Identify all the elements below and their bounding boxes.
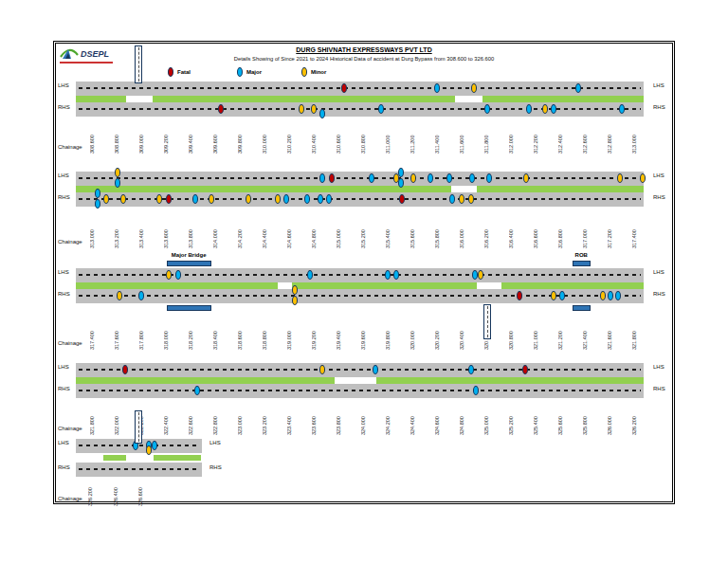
chainage-tick-label: 312.400 — [558, 121, 573, 154]
chainage-tick-label: 315.600 — [410, 216, 426, 248]
lhs-label-left: LHS — [58, 440, 69, 445]
accident-marker-minor — [156, 194, 162, 204]
chainage-ticks: 326.200326.400326.600 — [76, 481, 202, 506]
accident-marker-major — [484, 104, 490, 114]
chainage-tick-label: 310.200 — [287, 121, 302, 154]
chainage-tick-label: 317.800 — [139, 318, 155, 350]
chainage-tick-label: 317.000 — [583, 216, 598, 248]
lhs-label-right: LHS — [209, 440, 221, 445]
chainage-tick-label: 324.200 — [386, 403, 401, 435]
chainage-tick-label: 315.800 — [435, 216, 450, 248]
chainage-tick-label: 311.600 — [460, 121, 475, 154]
chainage-tick-label: 320.200 — [435, 318, 450, 350]
logo-tagline-rule — [60, 62, 113, 64]
chainage-axis-label: Chainage — [58, 144, 82, 150]
median-strip — [76, 186, 644, 192]
chainage-tick-label: 320.400 — [460, 318, 475, 350]
accident-marker-minor — [410, 173, 416, 183]
accident-marker-major — [398, 168, 404, 177]
chainage-tick-label: 318.800 — [263, 318, 278, 350]
chainage-axis-label: Chainage — [58, 496, 82, 501]
accident-marker-major — [175, 270, 181, 280]
chainage-tick-label: 323.600 — [312, 403, 327, 435]
accident-marker-minor — [468, 194, 474, 204]
median-gap — [335, 377, 376, 384]
accident-marker-minor — [246, 194, 251, 204]
culvert-centerline — [138, 47, 139, 82]
chainage-ticks: 308.600308.800309.000309.200309.400309.6… — [76, 121, 644, 154]
chainage-tick-label: 314.400 — [263, 216, 278, 248]
accident-marker-fatal — [329, 173, 335, 183]
accident-marker-major — [378, 104, 384, 114]
chainage-tick-label: 319.800 — [386, 318, 401, 350]
chainage-tick-label: 315.000 — [337, 216, 352, 248]
bridge-rect-bottom — [167, 305, 211, 311]
chainage-tick-label: 312.600 — [583, 121, 598, 154]
accident-marker-major — [393, 270, 399, 280]
median-strip — [76, 282, 644, 289]
accident-marker-fatal — [517, 291, 522, 300]
chainage-tick-label: 317.400 — [90, 318, 105, 350]
chainage-tick-label: 314.800 — [312, 216, 327, 248]
minor-marker-icon — [301, 67, 307, 77]
legend-label: Minor — [311, 69, 326, 75]
rhs-label-right: RHS — [653, 291, 665, 297]
accident-marker-minor — [319, 365, 325, 374]
chainage-tick-label: 311.000 — [386, 121, 401, 154]
accident-marker-major — [319, 109, 325, 118]
accident-marker-major — [575, 83, 581, 93]
accident-marker-major — [434, 83, 440, 93]
rhs-label-left: RHS — [58, 386, 70, 391]
accident-marker-minor — [551, 291, 556, 300]
accident-marker-major — [95, 199, 100, 209]
accident-marker-major — [472, 270, 478, 280]
chainage-tick-label: 318.000 — [164, 318, 179, 350]
chainage-tick-label: 323.000 — [238, 403, 253, 435]
lhs-label-left: LHS — [58, 364, 69, 370]
lhs-centerline — [79, 87, 641, 89]
chainage-axis-label: Chainage — [58, 426, 82, 431]
rhs-centerline — [79, 295, 641, 297]
rhs-label-right: RHS — [653, 386, 665, 391]
lhs-centerline — [79, 274, 641, 276]
accident-marker-major — [192, 194, 198, 204]
accident-marker-minor — [600, 291, 606, 300]
accident-marker-major — [283, 194, 289, 204]
chainage-tick-label: 315.400 — [386, 216, 401, 248]
legend-label: Major — [246, 69, 262, 75]
accident-marker-minor — [640, 173, 646, 183]
accident-marker-major — [385, 270, 391, 280]
chainage-tick-label: 325.800 — [583, 403, 598, 435]
chainage-tick-label: 323.200 — [263, 403, 278, 435]
legend-item-major: Major — [237, 66, 262, 78]
accident-marker-major — [551, 104, 556, 114]
chainage-tick-label: 325.400 — [534, 403, 549, 435]
chainage-tick-label: 324.600 — [435, 403, 450, 435]
accident-marker-fatal — [218, 104, 224, 114]
bridge-rect-top — [167, 261, 211, 266]
accident-marker-major — [319, 173, 325, 183]
chainage-tick-label: 317.400 — [632, 216, 647, 248]
chainage-tick-label: 311.200 — [410, 121, 426, 154]
lhs-label-right: LHS — [653, 173, 664, 178]
chainage-tick-label: 308.800 — [115, 121, 130, 154]
accident-marker-minor — [299, 104, 304, 114]
bridge-label: Major Bridge — [172, 252, 207, 258]
accident-marker-major — [526, 104, 532, 114]
chainage-tick-label: 311.400 — [435, 121, 450, 154]
legend: Fatal Major Minor — [168, 66, 414, 78]
accident-marker-minor — [311, 104, 317, 114]
chainage-tick-label: 321.600 — [608, 318, 623, 350]
chainage-tick-label: 325.000 — [484, 403, 500, 435]
road-strip-2: 313.000313.200313.400313.600313.800314.0… — [76, 172, 644, 250]
accident-marker-major — [608, 291, 613, 300]
chainage-tick-label: 314.200 — [238, 216, 253, 248]
legend-label: Fatal — [177, 69, 191, 75]
accident-marker-major — [428, 173, 433, 183]
chainage-tick-label: 308.600 — [90, 121, 105, 154]
median-gap — [477, 282, 501, 289]
accident-marker-major — [369, 173, 374, 183]
chainage-tick-label: 322.400 — [164, 403, 179, 435]
major-marker-icon — [237, 67, 243, 77]
chainage-tick-label: 320.800 — [509, 318, 524, 350]
